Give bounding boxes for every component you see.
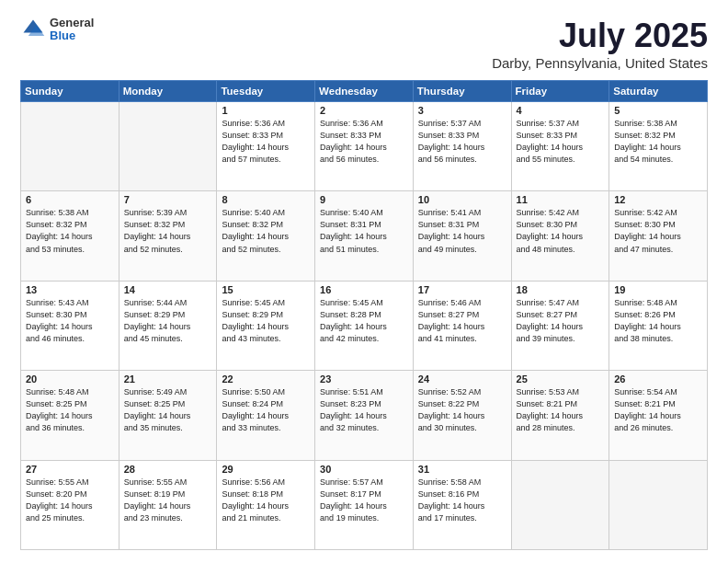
header: General Blue July 2025 Darby, Pennsylvan…	[20, 17, 708, 71]
day-info: Sunrise: 5:36 AM Sunset: 8:33 PM Dayligh…	[320, 118, 408, 166]
day-number: 9	[320, 194, 408, 205]
day-info: Sunrise: 5:50 AM Sunset: 8:24 PM Dayligh…	[222, 386, 310, 434]
day-number: 22	[222, 373, 310, 385]
day-number: 12	[614, 194, 702, 205]
day-number: 26	[614, 373, 702, 385]
calendar-cell: 29Sunrise: 5:56 AM Sunset: 8:18 PM Dayli…	[217, 460, 315, 549]
page: General Blue July 2025 Darby, Pennsylvan…	[0, 0, 728, 563]
day-number: 6	[26, 194, 114, 205]
logo-general: General	[50, 17, 94, 29]
day-number: 5	[614, 105, 702, 116]
day-info: Sunrise: 5:48 AM Sunset: 8:26 PM Dayligh…	[614, 297, 702, 345]
day-info: Sunrise: 5:38 AM Sunset: 8:32 PM Dayligh…	[614, 118, 702, 166]
day-number: 15	[222, 284, 310, 295]
day-number: 4	[517, 105, 605, 116]
day-info: Sunrise: 5:40 AM Sunset: 8:32 PM Dayligh…	[222, 207, 310, 255]
calendar-cell: 10Sunrise: 5:41 AM Sunset: 8:31 PM Dayli…	[413, 191, 511, 281]
calendar-dow-saturday: Saturday	[609, 81, 708, 102]
day-number: 21	[124, 373, 212, 385]
calendar-cell: 13Sunrise: 5:43 AM Sunset: 8:30 PM Dayli…	[21, 281, 119, 370]
calendar-dow-sunday: Sunday	[21, 81, 119, 102]
calendar-cell: 25Sunrise: 5:53 AM Sunset: 8:21 PM Dayli…	[511, 371, 609, 460]
day-info: Sunrise: 5:41 AM Sunset: 8:31 PM Dayligh…	[418, 207, 506, 255]
day-info: Sunrise: 5:48 AM Sunset: 8:25 PM Dayligh…	[26, 386, 114, 434]
calendar-dow-thursday: Thursday	[413, 81, 511, 102]
calendar-cell: 3Sunrise: 5:37 AM Sunset: 8:33 PM Daylig…	[413, 102, 511, 191]
day-number: 18	[517, 284, 605, 295]
logo-icon	[20, 17, 46, 42]
day-number: 23	[320, 373, 408, 385]
week-row-1: 1Sunrise: 5:36 AM Sunset: 8:33 PM Daylig…	[21, 102, 708, 191]
day-number: 19	[614, 284, 702, 295]
day-number: 30	[320, 464, 408, 475]
day-info: Sunrise: 5:51 AM Sunset: 8:23 PM Dayligh…	[320, 386, 408, 434]
day-number: 16	[320, 284, 408, 295]
day-number: 1	[222, 105, 310, 116]
day-info: Sunrise: 5:57 AM Sunset: 8:17 PM Dayligh…	[320, 477, 408, 524]
calendar-cell: 21Sunrise: 5:49 AM Sunset: 8:25 PM Dayli…	[119, 371, 217, 460]
day-number: 2	[320, 105, 408, 116]
day-info: Sunrise: 5:37 AM Sunset: 8:33 PM Dayligh…	[517, 118, 605, 166]
day-number: 24	[418, 373, 506, 385]
day-info: Sunrise: 5:44 AM Sunset: 8:29 PM Dayligh…	[124, 297, 212, 345]
day-info: Sunrise: 5:58 AM Sunset: 8:16 PM Dayligh…	[418, 477, 506, 524]
day-number: 29	[222, 464, 310, 475]
calendar-cell: 18Sunrise: 5:47 AM Sunset: 8:27 PM Dayli…	[511, 281, 609, 370]
week-row-5: 27Sunrise: 5:55 AM Sunset: 8:20 PM Dayli…	[21, 460, 708, 549]
calendar-header-row: SundayMondayTuesdayWednesdayThursdayFrid…	[21, 81, 708, 102]
calendar-dow-tuesday: Tuesday	[217, 81, 315, 102]
day-info: Sunrise: 5:45 AM Sunset: 8:29 PM Dayligh…	[222, 297, 310, 345]
calendar-cell: 15Sunrise: 5:45 AM Sunset: 8:29 PM Dayli…	[217, 281, 315, 370]
day-info: Sunrise: 5:53 AM Sunset: 8:21 PM Dayligh…	[517, 386, 605, 434]
calendar-cell: 28Sunrise: 5:55 AM Sunset: 8:19 PM Dayli…	[119, 460, 217, 549]
calendar-cell: 24Sunrise: 5:52 AM Sunset: 8:22 PM Dayli…	[413, 371, 511, 460]
week-row-4: 20Sunrise: 5:48 AM Sunset: 8:25 PM Dayli…	[21, 371, 708, 460]
calendar-dow-monday: Monday	[119, 81, 217, 102]
day-info: Sunrise: 5:45 AM Sunset: 8:28 PM Dayligh…	[320, 297, 408, 345]
calendar-cell: 6Sunrise: 5:38 AM Sunset: 8:32 PM Daylig…	[21, 191, 119, 281]
calendar-cell: 16Sunrise: 5:45 AM Sunset: 8:28 PM Dayli…	[315, 281, 414, 370]
day-info: Sunrise: 5:43 AM Sunset: 8:30 PM Dayligh…	[26, 297, 114, 345]
week-row-2: 6Sunrise: 5:38 AM Sunset: 8:32 PM Daylig…	[21, 191, 708, 281]
day-number: 7	[124, 194, 212, 205]
calendar-cell: 1Sunrise: 5:36 AM Sunset: 8:33 PM Daylig…	[217, 102, 315, 191]
day-info: Sunrise: 5:38 AM Sunset: 8:32 PM Dayligh…	[26, 207, 114, 255]
calendar-table: SundayMondayTuesdayWednesdayThursdayFrid…	[20, 80, 708, 550]
calendar-cell: 5Sunrise: 5:38 AM Sunset: 8:32 PM Daylig…	[609, 102, 708, 191]
day-info: Sunrise: 5:55 AM Sunset: 8:19 PM Dayligh…	[124, 477, 212, 524]
calendar-cell: 23Sunrise: 5:51 AM Sunset: 8:23 PM Dayli…	[315, 371, 414, 460]
title-block: July 2025 Darby, Pennsylvania, United St…	[492, 17, 708, 71]
day-number: 13	[26, 284, 114, 295]
logo-text: General Blue	[50, 17, 94, 43]
calendar-cell: 8Sunrise: 5:40 AM Sunset: 8:32 PM Daylig…	[217, 191, 315, 281]
day-info: Sunrise: 5:37 AM Sunset: 8:33 PM Dayligh…	[418, 118, 506, 166]
calendar-cell: 20Sunrise: 5:48 AM Sunset: 8:25 PM Dayli…	[21, 371, 119, 460]
day-info: Sunrise: 5:46 AM Sunset: 8:27 PM Dayligh…	[418, 297, 506, 345]
calendar-cell: 4Sunrise: 5:37 AM Sunset: 8:33 PM Daylig…	[511, 102, 609, 191]
calendar-cell: 22Sunrise: 5:50 AM Sunset: 8:24 PM Dayli…	[217, 371, 315, 460]
calendar-cell: 31Sunrise: 5:58 AM Sunset: 8:16 PM Dayli…	[413, 460, 511, 549]
calendar-cell: 17Sunrise: 5:46 AM Sunset: 8:27 PM Dayli…	[413, 281, 511, 370]
logo: General Blue	[20, 17, 94, 43]
day-number: 17	[418, 284, 506, 295]
main-title: July 2025	[492, 17, 708, 55]
calendar-cell: 19Sunrise: 5:48 AM Sunset: 8:26 PM Dayli…	[609, 281, 708, 370]
sub-title: Darby, Pennsylvania, United States	[492, 55, 708, 71]
day-info: Sunrise: 5:39 AM Sunset: 8:32 PM Dayligh…	[124, 207, 212, 255]
calendar-cell: 2Sunrise: 5:36 AM Sunset: 8:33 PM Daylig…	[315, 102, 414, 191]
day-number: 14	[124, 284, 212, 295]
calendar-cell: 9Sunrise: 5:40 AM Sunset: 8:31 PM Daylig…	[315, 191, 414, 281]
day-info: Sunrise: 5:36 AM Sunset: 8:33 PM Dayligh…	[222, 118, 310, 166]
calendar-cell: 7Sunrise: 5:39 AM Sunset: 8:32 PM Daylig…	[119, 191, 217, 281]
day-number: 20	[26, 373, 114, 385]
calendar-cell: 30Sunrise: 5:57 AM Sunset: 8:17 PM Dayli…	[315, 460, 414, 549]
calendar-cell: 11Sunrise: 5:42 AM Sunset: 8:30 PM Dayli…	[511, 191, 609, 281]
calendar-cell: 14Sunrise: 5:44 AM Sunset: 8:29 PM Dayli…	[119, 281, 217, 370]
day-info: Sunrise: 5:42 AM Sunset: 8:30 PM Dayligh…	[614, 207, 702, 255]
day-info: Sunrise: 5:49 AM Sunset: 8:25 PM Dayligh…	[124, 386, 212, 434]
calendar-cell	[21, 102, 119, 191]
calendar-cell	[609, 460, 708, 549]
day-number: 27	[26, 464, 114, 475]
day-number: 10	[418, 194, 506, 205]
calendar-dow-friday: Friday	[511, 81, 609, 102]
